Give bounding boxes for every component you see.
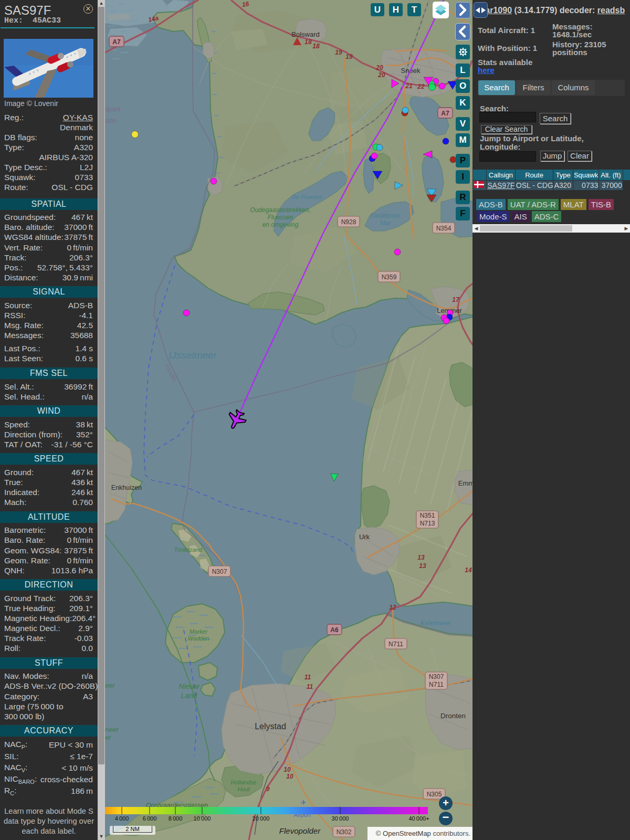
svg-text:16: 16	[242, 0, 249, 8]
svg-text:4 000: 4 000	[115, 815, 129, 822]
svg-text:dpark: dpark	[105, 106, 121, 113]
svg-text:N305: N305	[427, 791, 442, 798]
svg-text:20: 20	[377, 71, 385, 79]
svg-text:11: 11	[307, 683, 313, 690]
svg-text:19: 19	[335, 49, 342, 56]
svg-text:22: 22	[417, 83, 425, 90]
svg-text:10 000: 10 000	[194, 815, 211, 822]
svg-text:13: 13	[419, 562, 426, 570]
svg-text:12: 12	[389, 604, 396, 611]
svg-text:18: 18	[304, 38, 312, 46]
svg-text:6 000: 6 000	[143, 815, 157, 822]
svg-text:8 000: 8 000	[169, 815, 183, 822]
svg-text:11: 11	[304, 674, 311, 681]
svg-text:21: 21	[405, 82, 413, 90]
svg-text:Oudegaasterbrekken,: Oudegaasterbrekken,	[250, 206, 310, 214]
svg-text:Wadden: Wadden	[188, 635, 209, 642]
svg-text:N354: N354	[436, 225, 452, 232]
svg-text:N711: N711	[388, 640, 403, 648]
svg-text:De Fluezen: De Fluezen	[292, 194, 323, 200]
svg-text:19: 19	[345, 53, 353, 60]
svg-text:40 000+: 40 000+	[408, 815, 429, 822]
svg-text:Fluessen: Fluessen	[268, 214, 293, 221]
svg-text:A7: A7	[441, 110, 449, 117]
svg-text:Lelystad: Lelystad	[255, 722, 286, 731]
svg-text:N307: N307	[429, 673, 444, 680]
svg-text:13: 13	[417, 554, 425, 561]
svg-text:en omgeving: en omgeving	[262, 221, 299, 228]
svg-text:A6: A6	[330, 626, 339, 634]
svg-text:Trintelzand: Trintelzand	[174, 547, 202, 553]
svg-text:N711: N711	[429, 681, 444, 688]
svg-text:Nieuw: Nieuw	[179, 682, 200, 690]
svg-text:20: 20	[375, 64, 383, 71]
svg-text:N351: N351	[420, 512, 435, 519]
svg-text:Urk: Urk	[359, 533, 370, 541]
svg-text:N302: N302	[337, 828, 352, 836]
svg-text:IJsselmeer: IJsselmeer	[169, 350, 217, 361]
svg-text:N359: N359	[382, 274, 397, 281]
svg-text:✈: ✈	[301, 799, 307, 806]
svg-text:Land: Land	[181, 691, 197, 700]
svg-text:Mar: Mar	[380, 219, 392, 227]
svg-text:14: 14	[465, 566, 472, 574]
svg-text:Ketelmeer: Ketelmeer	[420, 619, 452, 627]
svg-text:10: 10	[284, 766, 291, 773]
svg-text:9: 9	[266, 785, 270, 793]
svg-text:eer: eer	[105, 681, 115, 689]
svg-text:30 000: 30 000	[332, 815, 349, 822]
svg-text:10: 10	[286, 773, 293, 780]
svg-text:N713: N713	[420, 520, 435, 527]
svg-text:A7: A7	[112, 38, 121, 46]
svg-text:Sleattemer: Sleattemer	[370, 212, 401, 219]
svg-text:Dronten: Dronten	[440, 712, 466, 720]
svg-text:Hollandse: Hollandse	[231, 779, 257, 785]
svg-text:Enkhuizen: Enkhuizen	[111, 484, 142, 491]
svg-text:N307: N307	[212, 568, 227, 575]
svg-text:Flevopolder: Flevopolder	[279, 826, 321, 835]
svg-text:18: 18	[312, 43, 320, 50]
svg-text:er: er	[105, 733, 111, 741]
svg-text:17: 17	[452, 296, 460, 303]
svg-text:N928: N928	[341, 218, 356, 226]
svg-text:20 000: 20 000	[253, 815, 270, 822]
svg-text:neer: neer	[105, 726, 119, 733]
svg-text:Marker: Marker	[190, 628, 208, 635]
svg-text:Hout: Hout	[237, 786, 250, 792]
svg-text:Bolsward: Bolsward	[291, 30, 319, 38]
svg-text:rslân: rslân	[105, 117, 117, 124]
svg-text:Emm: Emm	[458, 479, 472, 487]
